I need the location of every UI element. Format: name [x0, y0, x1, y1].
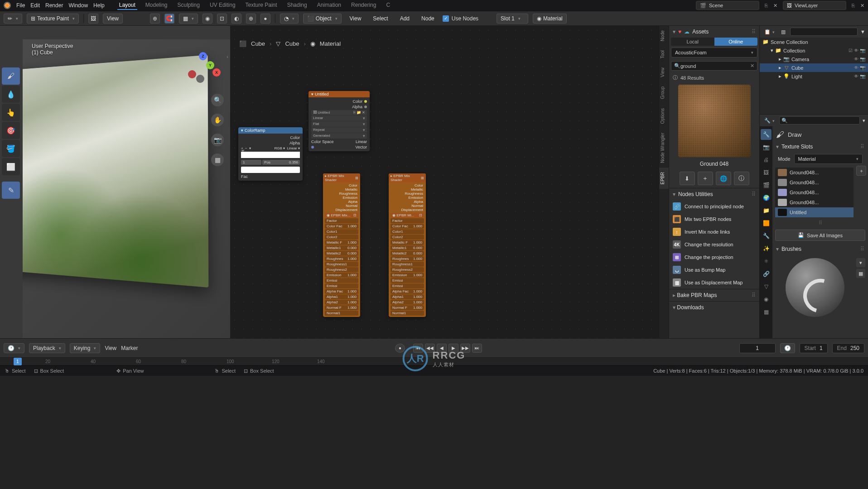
node-editor[interactable]: ⬛ Cube › ▽ Cube › ◉ Material: [230, 26, 659, 338]
search-input[interactable]: [680, 63, 750, 69]
node-input-field[interactable]: Emissi: [325, 283, 358, 288]
node-add-menu[interactable]: Add: [396, 14, 413, 24]
node-node-menu[interactable]: Node: [418, 14, 438, 24]
node-colorramp[interactable]: ▾ColorRamp Color Alpha + − ▾RGB ▾ Linear…: [238, 127, 303, 181]
menu-help[interactable]: Help: [93, 2, 105, 9]
tool-mask[interactable]: ⬜: [2, 158, 20, 175]
web-button[interactable]: 🌐: [716, 172, 731, 185]
playhead[interactable]: 1: [14, 358, 22, 365]
ptab-physics[interactable]: ⚛: [761, 256, 772, 267]
save-all-images-button[interactable]: 💾 Save All Images: [775, 230, 865, 241]
node-title[interactable]: ▸ EPBR Mix Shader⊞: [323, 173, 360, 182]
visibility-toggles[interactable]: 👁 📷: [854, 57, 865, 62]
timeline-marker-menu[interactable]: Marker: [121, 345, 138, 351]
drag-icon[interactable]: ⠿: [860, 246, 864, 252]
ptab-scene[interactable]: 🎬: [761, 180, 772, 191]
next-key-icon[interactable]: ▶▶: [460, 344, 470, 353]
vtab-epbr[interactable]: EPBR: [659, 168, 669, 189]
gizmo-neg2-icon[interactable]: [196, 75, 204, 83]
outliner-filter-funnel-icon[interactable]: ▼: [860, 29, 865, 34]
node-input-field[interactable]: Color Fac1.000: [325, 224, 358, 229]
tab-layout[interactable]: Layout: [117, 1, 137, 10]
gizmo-z-icon[interactable]: Z: [199, 52, 207, 60]
tab-texpaint[interactable]: Texture Paint: [244, 1, 279, 10]
texture-slot-item[interactable]: Untitled: [775, 207, 854, 217]
gizmo-x-icon[interactable]: X: [212, 68, 221, 77]
ramp-pos[interactable]: Pos0.356: [262, 160, 300, 165]
outliner-item[interactable]: ▸▽Cube👁 📷: [760, 63, 868, 72]
node-input-field[interactable]: Alpha21.000: [391, 300, 424, 305]
xray-icon[interactable]: ◐: [231, 14, 241, 24]
node-input-field[interactable]: Normal F1.000: [325, 305, 358, 310]
tab-more[interactable]: C: [384, 1, 392, 10]
editor-type-node[interactable]: ◔: [280, 14, 299, 24]
node-input-field[interactable]: Alpha11.000: [325, 294, 358, 299]
shade-wire-icon[interactable]: ⊕: [246, 14, 256, 24]
node-input-field[interactable]: Roughness2: [391, 267, 424, 272]
node-input-field[interactable]: Emissi: [391, 278, 424, 283]
info-button[interactable]: ⓘ: [734, 172, 749, 185]
orientation-icon[interactable]: ⊕: [150, 14, 160, 24]
outliner-collection[interactable]: ▾📁 Collection ☑ 👁 📷: [760, 46, 868, 55]
node-input-field[interactable]: Roughnes1.000: [391, 256, 424, 261]
shade-solid-icon[interactable]: ●: [260, 14, 270, 24]
src-dropdown[interactable]: Generated: [311, 133, 367, 139]
overlay-toggle-icon[interactable]: ⊡: [217, 14, 227, 24]
keying-menu[interactable]: Keying: [70, 343, 101, 353]
drag-icon[interactable]: ⠿: [752, 191, 756, 197]
outliner-display-mode[interactable]: 📋: [762, 28, 776, 36]
texture-slots-header[interactable]: ▾ Texture Slots ⠿: [774, 141, 866, 152]
brush-preview[interactable]: [786, 258, 844, 317]
scene-selector[interactable]: 🎬 Scene: [696, 1, 759, 10]
texture-slot-item[interactable]: Ground048...: [775, 168, 854, 177]
node-input-field[interactable]: Color1: [391, 229, 424, 234]
proj-dropdown[interactable]: Flat: [311, 121, 367, 127]
jump-start-icon[interactable]: ⏮: [413, 344, 423, 353]
node-title[interactable]: ▸ EPBR Mix Shader⊞: [389, 173, 426, 182]
bc-material[interactable]: Material: [320, 40, 341, 47]
vtab-view[interactable]: View: [659, 63, 669, 82]
assets-header[interactable]: ▾ ♥ ☁ Assets ⠿: [669, 26, 759, 38]
pan-icon[interactable]: ✋: [211, 114, 224, 126]
3d-viewport[interactable]: 🖌 💧 👆 🎯 🪣 ⬜ ✎ User Perspective (1) Cube …: [0, 26, 230, 338]
viewlayer-selector[interactable]: 🖼 ViewLayer: [783, 1, 846, 10]
collection-toggles[interactable]: ☑ 👁 📷: [849, 48, 865, 53]
node-input-field[interactable]: Emission1.000: [391, 273, 424, 278]
timeline-ruler[interactable]: 1 20 40 60 80 100 120 140: [0, 357, 868, 365]
layer-close-icon[interactable]: ✕: [860, 3, 864, 9]
node-input-field[interactable]: Normal1: [391, 311, 424, 316]
editor-type-viewport[interactable]: ✏: [4, 14, 22, 24]
camera-icon[interactable]: 📷: [211, 134, 224, 146]
scene-copy-icon[interactable]: ⎘: [765, 3, 768, 8]
vtab-group[interactable]: Group: [659, 82, 669, 104]
texture-slot-item[interactable]: Ground048...: [775, 177, 854, 187]
material-selector[interactable]: ◉ Material: [533, 14, 567, 24]
ptab-particles[interactable]: ✨: [761, 243, 772, 254]
brush-texture-icon[interactable]: ▦: [856, 269, 865, 278]
ptab-render[interactable]: 📷: [761, 142, 772, 153]
node-input-field[interactable]: Metallic20.000: [325, 251, 358, 256]
ptab-constraints[interactable]: 🔗: [761, 268, 772, 279]
heart-icon[interactable]: ♥: [678, 29, 681, 35]
node-input-field[interactable]: Factor: [391, 218, 424, 223]
mode-selector[interactable]: ⊞ Texture Paint: [27, 14, 79, 24]
scene-close-icon[interactable]: ✕: [773, 3, 777, 9]
utility-item[interactable]: ⬛Mix two EPBR nodes: [669, 213, 759, 225]
autokey-icon[interactable]: ●: [395, 344, 405, 353]
list-grip-icon[interactable]: ⠿: [774, 219, 866, 227]
ptab-texture[interactable]: ▦: [761, 307, 772, 317]
node-input-field[interactable]: Metallic10.000: [325, 245, 358, 250]
node-subgroup[interactable]: ◉ EPBR Mi...⊡: [391, 213, 424, 218]
image-selector[interactable]: 🖼 Untitled⎘ 📁 ✕: [311, 110, 367, 115]
node-input-field[interactable]: Color Fac1.000: [391, 224, 424, 229]
cube-mesh[interactable]: [23, 55, 208, 288]
node-input-field[interactable]: Alpha11.000: [391, 294, 424, 299]
snap-icon[interactable]: 🧲: [164, 14, 174, 24]
tool-clone[interactable]: 🎯: [2, 122, 20, 139]
node-subgroup[interactable]: ◉ EPBR Mix...⊡: [325, 213, 358, 218]
texture-slot-item[interactable]: Ground048...: [775, 187, 854, 197]
outliner-item[interactable]: ▸📷Camera👁 📷: [760, 55, 868, 63]
add-button[interactable]: ＋: [698, 172, 713, 185]
category-dropdown[interactable]: AcousticFoam: [671, 48, 757, 58]
prev-key-icon[interactable]: ◀◀: [425, 344, 435, 353]
